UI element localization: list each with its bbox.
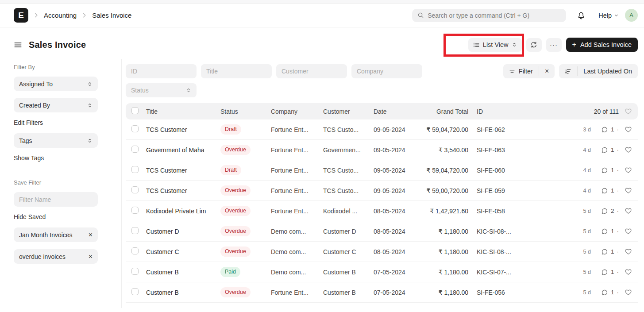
comment-icon	[601, 167, 608, 174]
row-title[interactable]: Customer B	[146, 289, 220, 296]
row-checkbox[interactable]	[131, 186, 139, 193]
row-title[interactable]: TCS Customer	[146, 187, 220, 194]
comment-count[interactable]: 1 ·	[601, 167, 619, 174]
table-row[interactable]: Customer D Overdue Demo com... Customer …	[126, 221, 638, 242]
row-title[interactable]: Customer B	[146, 269, 220, 276]
more-options-button[interactable]: ···	[546, 38, 562, 52]
close-icon[interactable]: ×	[89, 231, 93, 239]
row-checkbox[interactable]	[131, 125, 139, 132]
refresh-button[interactable]	[526, 38, 542, 52]
comment-icon	[601, 146, 608, 154]
header-actions: List View ··· + Add Sales Invoice	[468, 38, 638, 52]
like-icon[interactable]	[625, 289, 632, 296]
row-date: 09-05-2024	[374, 187, 420, 194]
like-icon[interactable]	[625, 146, 632, 154]
id-filter-input[interactable]: ID	[126, 64, 197, 78]
row-checkbox[interactable]	[131, 288, 139, 295]
table-row[interactable]: Customer B Paid Demo com... Customer B 0…	[126, 262, 638, 282]
comment-count[interactable]: 2 ·	[601, 208, 619, 215]
comment-count[interactable]: 1 ·	[601, 289, 619, 296]
sort-field-button[interactable]: Last Updated On	[578, 64, 638, 78]
heart-icon[interactable]	[625, 108, 632, 115]
save-filter-label: Save Filter	[14, 179, 121, 186]
customer-filter-input[interactable]: Customer	[276, 64, 347, 78]
row-grand-total: ₹ 3,540.00	[420, 146, 470, 154]
breadcrumb-accounting[interactable]: Accounting	[44, 12, 77, 19]
status-filter-select[interactable]: Status	[126, 83, 197, 97]
notifications-bell-icon[interactable]	[577, 11, 586, 20]
table-row[interactable]: Government of Maha Overdue Fortune Ent..…	[126, 140, 638, 160]
row-id: SI-FE-059	[470, 187, 528, 194]
table-row[interactable]: TCS Customer Draft Fortune Ent... TCS Cu…	[126, 160, 638, 181]
breadcrumb-sales-invoice[interactable]: Sales Invoice	[92, 12, 131, 19]
row-date: 09-05-2024	[374, 146, 420, 154]
table-body: TCS Customer Draft Fortune Ent... TCS Cu…	[126, 119, 638, 303]
row-checkbox[interactable]	[131, 227, 139, 234]
row-title[interactable]: TCS Customer	[146, 126, 220, 133]
column-status[interactable]: Status	[220, 108, 271, 115]
comment-count-value: 1	[611, 187, 614, 194]
like-icon[interactable]	[625, 268, 632, 276]
column-customer[interactable]: Customer	[323, 108, 374, 115]
filter-name-input[interactable]: Filter Name	[14, 192, 98, 207]
comment-count[interactable]: 1 ·	[601, 126, 619, 133]
close-icon[interactable]: ×	[89, 253, 93, 261]
column-date[interactable]: Date	[374, 108, 420, 115]
add-sales-invoice-button[interactable]: + Add Sales Invoice	[566, 38, 638, 52]
table-row[interactable]: TCS Customer Draft Fortune Ent... TCS Cu…	[126, 119, 638, 140]
created-by-select[interactable]: Created By	[14, 98, 98, 112]
row-title[interactable]: Customer C	[146, 248, 220, 255]
show-tags-link[interactable]: Show Tags	[14, 154, 44, 162]
row-checkbox[interactable]	[131, 268, 139, 275]
row-title[interactable]: TCS Customer	[146, 167, 220, 174]
filter-icon	[509, 68, 515, 74]
row-checkbox[interactable]	[131, 207, 139, 214]
row-checkbox[interactable]	[131, 146, 139, 153]
tags-select[interactable]: Tags	[14, 133, 98, 148]
column-company[interactable]: Company	[271, 108, 323, 115]
row-age: 5 d	[583, 208, 591, 214]
assigned-to-select[interactable]: Assigned To	[14, 77, 98, 91]
row-title[interactable]: Customer D	[146, 228, 220, 235]
sort-direction-button[interactable]	[559, 64, 577, 78]
row-checkbox[interactable]	[131, 166, 139, 173]
comment-count[interactable]: 1 ·	[601, 248, 619, 255]
comment-count[interactable]: 1 ·	[601, 187, 619, 194]
row-title[interactable]: Government of Maha	[146, 146, 220, 154]
like-icon[interactable]	[625, 187, 632, 194]
edit-filters-link[interactable]: Edit Filters	[14, 119, 43, 126]
column-title[interactable]: Title	[146, 108, 220, 115]
table-row[interactable]: Customer B Overdue Fortune Ent... Custom…	[126, 282, 638, 303]
like-icon[interactable]	[625, 227, 632, 235]
comment-count[interactable]: 1 ·	[601, 228, 619, 235]
table-row[interactable]: Customer C Overdue Demo com... Customer …	[126, 242, 638, 262]
hide-saved-link[interactable]: Hide Saved	[14, 213, 46, 220]
global-search-input[interactable]: Search or type a command (Ctrl + G)	[412, 9, 566, 22]
sidebar-toggle-icon[interactable]	[14, 41, 22, 49]
table-row[interactable]: TCS Customer Overdue Fortune Ent... TCS …	[126, 181, 638, 201]
status-filter-row: Status	[126, 83, 638, 97]
row-title[interactable]: Kodixodel Private Lim	[146, 208, 220, 215]
select-all-checkbox[interactable]	[131, 107, 139, 114]
row-checkbox[interactable]	[131, 247, 139, 254]
help-menu[interactable]: Help	[598, 12, 619, 19]
saved-filter-chip[interactable]: overdue invoices ×	[14, 249, 98, 264]
filter-button[interactable]: Filter	[503, 64, 539, 78]
title-filter-input[interactable]: Title	[201, 64, 272, 78]
user-avatar[interactable]: A	[625, 9, 638, 22]
column-id[interactable]: ID	[470, 108, 528, 115]
view-selector-button[interactable]: List View	[468, 38, 522, 52]
app-logo[interactable]: E	[14, 8, 28, 23]
comment-count[interactable]: 1 ·	[601, 269, 619, 276]
clear-filter-button[interactable]: ×	[539, 64, 555, 78]
like-icon[interactable]	[625, 166, 632, 174]
comment-icon	[601, 208, 608, 215]
comment-count[interactable]: 1 ·	[601, 146, 619, 154]
like-icon[interactable]	[625, 126, 632, 133]
table-row[interactable]: Kodixodel Private Lim Overdue Fortune En…	[126, 201, 638, 221]
like-icon[interactable]	[625, 207, 632, 215]
like-icon[interactable]	[625, 248, 632, 255]
column-grand-total[interactable]: Grand Total	[420, 108, 470, 115]
company-filter-input[interactable]: Company	[351, 64, 422, 78]
saved-filter-chip[interactable]: Jan Month Invoices ×	[14, 227, 98, 242]
